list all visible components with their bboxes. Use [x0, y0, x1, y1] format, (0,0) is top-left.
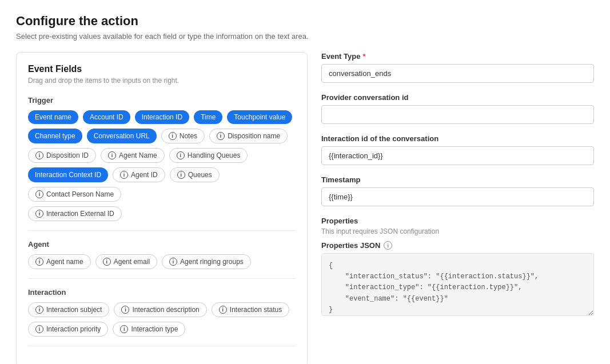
interaction-tags-row-1: iInteraction subject iInteraction descri…	[28, 302, 296, 317]
trigger-section-label: Trigger	[28, 96, 296, 105]
tag-agent-email[interactable]: iAgent email	[95, 254, 157, 269]
tag-queues[interactable]: iQueues	[170, 167, 220, 182]
trigger-tags-row: Event name Account ID Interaction ID Tim…	[28, 110, 296, 124]
info-icon-agent-id: i	[120, 171, 128, 179]
info-icon-interaction-external-id: i	[35, 210, 43, 218]
info-icon-disposition-id: i	[35, 151, 43, 159]
interaction-tags-row-2: iInteraction priority iInteraction type	[28, 322, 296, 337]
tag-agent-name[interactable]: iAgent Name	[101, 148, 165, 163]
tag-account-id[interactable]: Account ID	[83, 110, 130, 124]
properties-section-desc: This input requires JSON configuration	[321, 227, 594, 235]
tag-interaction-external-id[interactable]: iInteraction External ID	[28, 206, 122, 221]
timestamp-field: Timestamp	[321, 175, 594, 206]
page-title: Configure the action	[16, 14, 594, 29]
trigger-tags-row-2: Channel type Conversation URL iNotes iDi…	[28, 129, 296, 143]
right-panel: Event Type * Provider conversation id In…	[321, 52, 594, 318]
tag-interaction-priority[interactable]: iInteraction priority	[28, 322, 108, 337]
trigger-tags-row-5: iInteraction External ID	[28, 206, 296, 221]
event-type-input[interactable]	[321, 64, 594, 83]
tag-interaction-status[interactable]: iInteraction status	[212, 302, 289, 317]
properties-section: Properties This input requires JSON conf…	[321, 217, 594, 318]
agent-tags-row: iAgent name iAgent email iAgent ringing …	[28, 254, 296, 269]
interaction-id-input[interactable]	[321, 146, 594, 165]
trigger-tags-row-4: Interaction Context ID iAgent ID iQueues…	[28, 167, 296, 202]
tag-contact-person-name[interactable]: iContact Person Name	[28, 187, 121, 202]
provider-conversation-id-label: Provider conversation id	[321, 93, 594, 102]
tag-channel-type[interactable]: Channel type	[28, 129, 82, 143]
info-icon-interaction-type: i	[120, 325, 128, 333]
tag-agent-name-agent[interactable]: iAgent name	[28, 254, 91, 269]
tag-event-name[interactable]: Event name	[28, 110, 78, 124]
tag-touchpoint-value[interactable]: Touchpoint value	[227, 110, 292, 124]
properties-json-label: Properties JSON	[321, 241, 380, 250]
tag-interaction-context-id[interactable]: Interaction Context ID	[28, 167, 108, 182]
tag-interaction-subject[interactable]: iInteraction subject	[28, 302, 109, 317]
properties-section-title: Properties	[321, 217, 594, 225]
page-subtitle: Select pre-existing values available for…	[16, 32, 594, 41]
tag-disposition-name[interactable]: iDisposition name	[209, 129, 288, 143]
agent-section-label: Agent	[28, 240, 296, 249]
info-icon-contact-person-name: i	[35, 190, 43, 198]
info-icon-interaction-priority: i	[35, 325, 43, 333]
tag-conversation-url[interactable]: Conversation URL	[87, 129, 157, 143]
event-type-field: Event Type *	[321, 52, 594, 83]
properties-json-info-icon[interactable]: i	[384, 241, 392, 250]
info-icon-disposition-name: i	[217, 132, 225, 140]
tag-time[interactable]: Time	[194, 110, 222, 124]
trigger-tags-row-3: iDisposition ID iAgent Name iHandling Qu…	[28, 148, 296, 163]
properties-json-textarea[interactable]: { "interaction_status": "{{interaction.s…	[321, 253, 594, 316]
tag-agent-ringing-groups[interactable]: iAgent ringing groups	[162, 254, 251, 269]
interaction-id-field: Interaction id of the conversation	[321, 134, 594, 165]
interaction-id-label: Interaction id of the conversation	[321, 134, 594, 143]
info-icon-interaction-description: i	[121, 306, 129, 314]
event-fields-panel: Event Fields Drag and drop the items to …	[16, 52, 308, 364]
info-icon-interaction-status: i	[219, 306, 227, 314]
timestamp-input[interactable]	[321, 187, 594, 206]
divider-3	[28, 346, 296, 346]
info-icon-agent-name-2: i	[35, 258, 43, 266]
info-icon-handling-queues: i	[177, 151, 185, 159]
divider-1	[28, 230, 296, 231]
required-indicator: *	[362, 52, 365, 61]
tag-interaction-description[interactable]: iInteraction description	[114, 302, 206, 317]
tag-interaction-type[interactable]: iInteraction type	[113, 322, 185, 337]
panel-subtitle: Drag and drop the items to the inputs on…	[28, 77, 296, 85]
properties-json-label-row: Properties JSON i	[321, 241, 594, 250]
tag-interaction-id[interactable]: Interaction ID	[135, 110, 189, 124]
provider-conversation-id-input[interactable]	[321, 105, 594, 124]
tag-notes[interactable]: iNotes	[161, 129, 205, 143]
tag-handling-queues[interactable]: iHandling Queues	[169, 148, 248, 163]
provider-conversation-id-field: Provider conversation id	[321, 93, 594, 124]
info-icon-interaction-subject: i	[35, 306, 43, 314]
info-icon-queues: i	[177, 171, 185, 179]
tag-agent-id[interactable]: iAgent ID	[113, 167, 165, 182]
info-icon-notes: i	[169, 132, 177, 140]
tag-disposition-id[interactable]: iDisposition ID	[28, 148, 96, 163]
panel-title: Event Fields	[28, 64, 296, 74]
info-icon-agent-ringing-groups: i	[169, 258, 177, 266]
divider-2	[28, 278, 296, 279]
timestamp-label: Timestamp	[321, 175, 594, 184]
info-icon-agent-name: i	[108, 151, 116, 159]
info-icon-agent-email: i	[103, 258, 111, 266]
event-type-label: Event Type *	[321, 52, 594, 61]
interaction-section-label: Interaction	[28, 288, 296, 297]
